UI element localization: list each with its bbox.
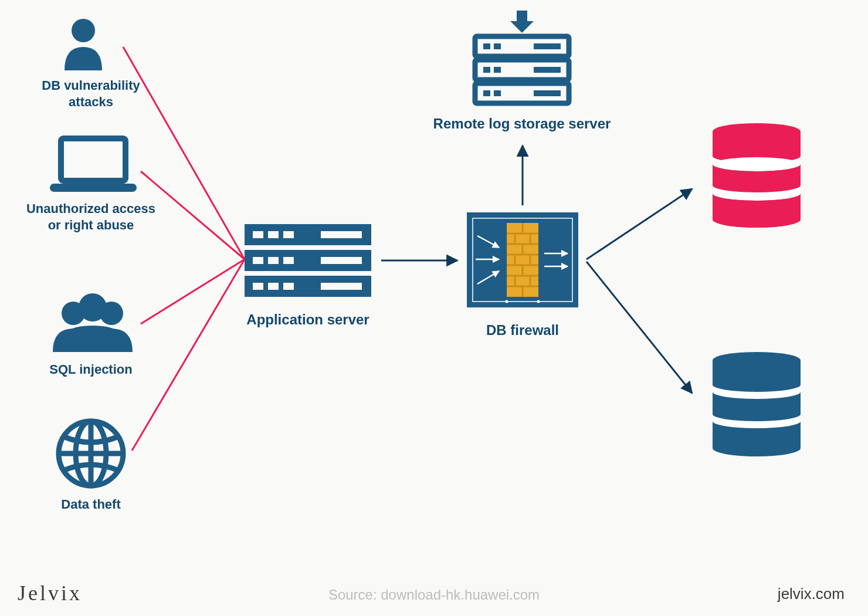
svg-rect-16 <box>253 231 263 238</box>
svg-line-12 <box>132 259 245 451</box>
svg-rect-23 <box>321 257 362 264</box>
label-remote-log: Remote log storage server <box>422 115 622 133</box>
svg-line-11 <box>141 259 245 324</box>
svg-rect-24 <box>253 283 263 290</box>
db-firewall-icon <box>467 212 578 307</box>
label-app-server: Application server <box>235 311 381 329</box>
threat-label-theft: Data theft <box>32 496 150 513</box>
label-db-firewall: DB firewall <box>467 321 578 339</box>
people-group-icon <box>53 293 133 352</box>
svg-point-0 <box>72 19 95 42</box>
svg-rect-18 <box>283 231 294 238</box>
source-attribution: Source: download-hk.huawei.com <box>0 587 868 603</box>
svg-point-52 <box>506 300 508 303</box>
svg-point-4 <box>79 293 107 321</box>
svg-rect-20 <box>253 257 263 264</box>
svg-point-80 <box>713 440 801 456</box>
svg-rect-79 <box>713 360 801 448</box>
laptop-icon <box>54 138 133 188</box>
svg-rect-17 <box>268 231 279 238</box>
download-arrow-icon <box>510 11 534 33</box>
svg-rect-60 <box>483 67 490 73</box>
svg-rect-26 <box>283 283 294 290</box>
database-red-icon <box>713 123 801 228</box>
threat-label-unauth: Unauthorized accessor right abuse <box>12 201 170 233</box>
threat-label-sql: SQL injection <box>32 361 150 378</box>
svg-rect-57 <box>483 43 490 49</box>
svg-rect-64 <box>494 90 501 96</box>
svg-rect-19 <box>321 231 362 238</box>
threat-label-db-vuln: DB vulnerabilityattacks <box>18 77 164 110</box>
svg-rect-58 <box>494 43 501 49</box>
svg-line-67 <box>586 189 692 259</box>
svg-rect-21 <box>268 257 279 264</box>
svg-rect-66 <box>517 11 527 21</box>
svg-rect-59 <box>534 43 561 49</box>
application-server-icon <box>245 224 371 297</box>
svg-rect-65 <box>534 90 561 96</box>
svg-point-53 <box>537 300 540 303</box>
svg-rect-61 <box>494 67 501 73</box>
person-icon <box>65 19 102 70</box>
svg-rect-62 <box>534 67 561 73</box>
svg-rect-27 <box>321 283 362 290</box>
globe-icon <box>59 421 123 486</box>
svg-rect-25 <box>268 283 279 290</box>
site-url: jelvix.com <box>778 585 845 603</box>
svg-line-68 <box>586 262 692 393</box>
svg-rect-22 <box>283 257 294 264</box>
svg-rect-1 <box>61 138 126 181</box>
arrows-to-databases <box>586 189 692 393</box>
remote-log-server-icon <box>475 36 569 103</box>
database-blue-icon <box>713 352 801 456</box>
svg-rect-63 <box>483 90 490 96</box>
